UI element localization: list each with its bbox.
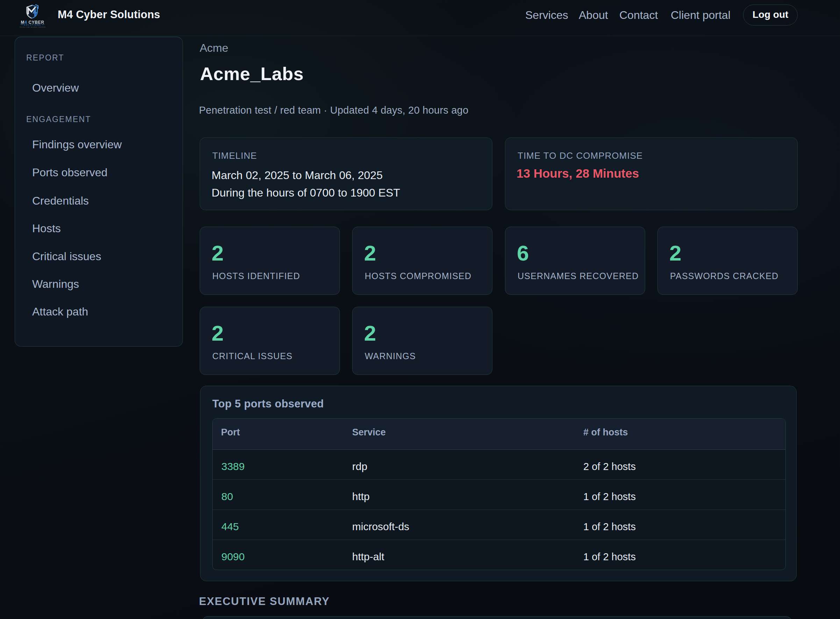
svg-text:SOLUTIONS: SOLUTIONS	[24, 24, 41, 26]
svg-text:TESTING TODAY. SECURING TOMORR: TESTING TODAY. SECURING TOMORROW	[19, 27, 45, 28]
